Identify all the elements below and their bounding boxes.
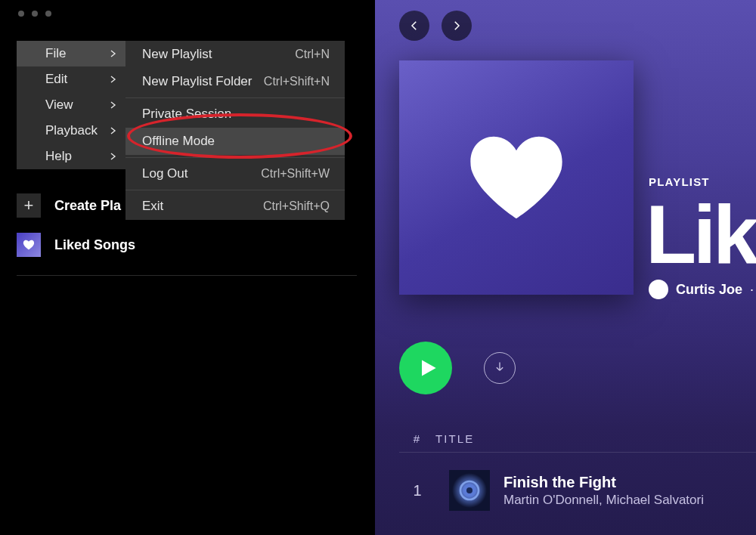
playlist-byline: Curtis Joe ·: [649, 280, 754, 299]
download-button[interactable]: [484, 352, 516, 384]
menu-divider: [125, 190, 345, 190]
liked-songs-icon: [17, 233, 41, 257]
menu-item-label: Playback: [45, 123, 98, 138]
svg-point-1: [466, 487, 472, 493]
window-dot[interactable]: [18, 11, 24, 17]
chevron-right-icon: [110, 46, 116, 61]
liked-songs-label: Liked Songs: [54, 237, 135, 253]
sidebar-divider: [17, 275, 357, 276]
menu-item-file[interactable]: File: [17, 41, 125, 66]
menu-item-exit[interactable]: ExitCtrl+Shift+Q: [125, 193, 345, 220]
nav-buttons: [399, 11, 472, 41]
play-icon: [417, 357, 438, 379]
chevron-right-icon: [110, 97, 116, 113]
owner-avatar: [649, 280, 668, 299]
menu-item-edit[interactable]: Edit: [17, 66, 125, 92]
track-meta: Finish the Fight Martin O'Donnell, Micha…: [503, 474, 704, 508]
menu-divider: [125, 157, 345, 158]
header-title: TITLE: [435, 432, 474, 445]
track-number: 1: [399, 482, 435, 499]
track-artists: Martin O'Donnell, Michael Salvatori: [503, 493, 704, 508]
menu-item-view[interactable]: View: [17, 92, 125, 118]
chevron-right-icon: [110, 149, 116, 164]
menu-item-label: View: [45, 97, 73, 113]
chevron-left-icon: [407, 19, 421, 32]
playlist-title: Like: [646, 186, 756, 282]
app-menu[interactable]: FileEditViewPlaybackHelp: [17, 41, 125, 169]
menu-divider: [125, 97, 345, 98]
menu-item-shortcut: Ctrl+Shift+W: [261, 167, 330, 181]
playlist-cover: [399, 60, 634, 295]
window-controls[interactable]: [18, 11, 51, 17]
chevron-right-icon: [450, 19, 463, 32]
plus-icon: +: [17, 193, 41, 218]
album-art-icon: [457, 478, 482, 503]
back-button[interactable]: [399, 11, 429, 41]
menu-item-new-playlist[interactable]: New PlaylistCtrl+N: [125, 41, 345, 68]
menu-item-label: New Playlist: [142, 47, 212, 62]
menu-item-shortcut: Ctrl+Shift+Q: [263, 199, 330, 213]
menu-item-playback[interactable]: Playback: [17, 118, 125, 144]
menu-item-help[interactable]: Help: [17, 144, 125, 169]
track-thumbnail: [449, 470, 490, 511]
menu-item-log-out[interactable]: Log OutCtrl+Shift+W: [125, 160, 345, 187]
file-submenu[interactable]: New PlaylistCtrl+NNew Playlist FolderCtr…: [125, 41, 345, 220]
menu-item-shortcut: Ctrl+N: [295, 48, 330, 61]
menu-item-private-session[interactable]: Private Session: [125, 101, 345, 128]
playlist-actions: [399, 342, 516, 394]
menu-item-label: Help: [45, 149, 72, 164]
menu-item-label: Log Out: [142, 166, 188, 181]
owner-name[interactable]: Curtis Joe: [676, 282, 742, 298]
chevron-right-icon: [110, 123, 116, 138]
menu-item-label: File: [45, 46, 66, 61]
play-button[interactable]: [399, 342, 452, 394]
chevron-right-icon: [110, 72, 116, 87]
create-playlist-label: Create Pla: [54, 198, 121, 214]
track-row[interactable]: 1 Finish the Fight Martin O'Donnell, Mic…: [399, 470, 756, 511]
window-dot[interactable]: [45, 11, 51, 17]
menu-item-shortcut: Ctrl+Shift+N: [264, 75, 330, 88]
menu-item-offline-mode[interactable]: Offline Mode: [125, 128, 345, 155]
menu-item-label: Exit: [142, 199, 163, 214]
menu-item-label: New Playlist Folder: [142, 74, 253, 89]
window-dot[interactable]: [32, 11, 38, 17]
menu-item-label: Edit: [45, 72, 67, 87]
header-divider: [399, 452, 756, 453]
tracklist-header: # TITLE: [399, 432, 756, 445]
menu-item-new-playlist-folder[interactable]: New Playlist FolderCtrl+Shift+N: [125, 68, 345, 95]
playlist-view: PLAYLIST Like Curtis Joe · # TITLE 1 Fin…: [375, 0, 756, 535]
heart-icon: [467, 132, 565, 223]
download-icon: [492, 360, 507, 376]
menu-item-label: Offline Mode: [142, 134, 215, 149]
liked-songs-button[interactable]: Liked Songs: [17, 225, 357, 264]
header-number: #: [399, 432, 435, 445]
menu-item-label: Private Session: [142, 107, 231, 122]
separator-dot: ·: [750, 282, 754, 298]
forward-button[interactable]: [442, 11, 472, 41]
track-title: Finish the Fight: [503, 474, 704, 491]
